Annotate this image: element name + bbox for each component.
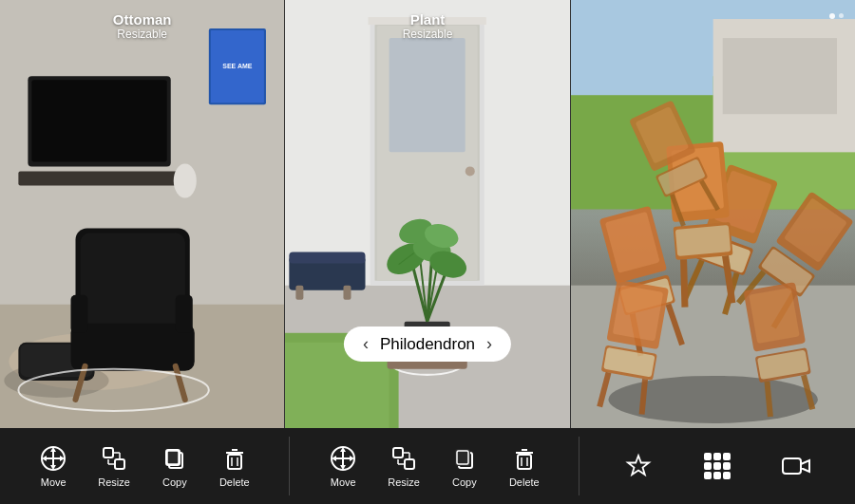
svg-rect-55: [722, 38, 836, 114]
svg-rect-28: [390, 38, 466, 152]
dot-1: [829, 13, 835, 19]
svg-text:SEE AME: SEE AME: [222, 63, 253, 69]
copy-button-2[interactable]: Copy: [435, 437, 494, 495]
panel-3-dots: [829, 13, 844, 19]
panel-2-item-name: Plant: [403, 11, 453, 28]
delete-label-1: Delete: [219, 476, 250, 488]
delete-button-1[interactable]: Delete: [204, 437, 265, 495]
resize-label-1: Resize: [98, 476, 130, 488]
star-icon: [624, 452, 653, 480]
copy-icon-1: [161, 444, 189, 473]
panel-1: SEE AME Ottoman Resizable: [0, 0, 285, 428]
grid-button[interactable]: [688, 444, 747, 488]
panel-1-item-name: Ottoman: [113, 11, 172, 28]
svg-point-5: [174, 163, 197, 197]
panel-1-item-subtitle: Resizable: [113, 28, 172, 41]
svg-rect-143: [783, 458, 801, 474]
copy-button-1[interactable]: Copy: [145, 437, 204, 495]
move-label-1: Move: [41, 476, 66, 488]
copy-icon-2: [450, 444, 479, 473]
svg-rect-18: [70, 295, 87, 333]
svg-rect-107: [104, 448, 113, 457]
video-button[interactable]: [767, 444, 826, 488]
svg-marker-142: [628, 456, 649, 475]
toolbar-section-middle: Move Resize: [290, 437, 580, 495]
toolbar: Move Resize: [0, 428, 855, 504]
plant-selector-label: Philodendron: [380, 335, 475, 354]
resize-button-1[interactable]: Resize: [83, 437, 145, 495]
svg-rect-137: [518, 455, 531, 469]
svg-rect-33: [296, 286, 304, 300]
svg-rect-116: [228, 455, 241, 469]
panel-3: [571, 0, 855, 428]
delete-icon-1: [220, 444, 249, 473]
svg-rect-114: [166, 450, 180, 465]
resize-label-2: Resize: [388, 476, 420, 488]
svg-rect-95: [749, 288, 799, 344]
star-button[interactable]: [609, 444, 668, 488]
grid-icon: [703, 452, 732, 480]
copy-label-2: Copy: [452, 476, 477, 488]
plant-selector-prev[interactable]: ‹: [363, 334, 369, 354]
svg-rect-4: [31, 80, 166, 161]
svg-marker-144: [801, 460, 809, 472]
panel-2: Welcome Plant Resizable ‹ Philodendron ›: [285, 0, 570, 428]
svg-rect-34: [344, 286, 352, 300]
copy-label-1: Copy: [162, 476, 187, 488]
svg-rect-2: [18, 171, 189, 185]
svg-rect-19: [176, 295, 193, 333]
move-icon-2: [329, 444, 357, 473]
resize-button-2[interactable]: Resize: [372, 437, 435, 495]
move-icon-1: [39, 444, 67, 473]
svg-rect-128: [393, 448, 403, 457]
panel-2-item-subtitle: Resizable: [403, 28, 453, 41]
svg-point-57: [608, 376, 817, 423]
delete-icon-2: [510, 444, 539, 473]
move-button-2[interactable]: Move: [314, 437, 372, 495]
resize-icon-2: [390, 444, 418, 473]
panel-2-scene: Welcome: [285, 0, 569, 428]
resize-icon-1: [100, 444, 128, 473]
panel-2-label: Plant Resizable: [403, 11, 453, 41]
svg-rect-108: [115, 459, 124, 469]
plant-selector[interactable]: ‹ Philodendron ›: [344, 327, 511, 362]
toolbar-section-right: [580, 444, 855, 488]
panels-container: SEE AME Ottoman Resizable: [0, 0, 855, 428]
panel-1-label: Ottoman Resizable: [113, 11, 172, 41]
svg-rect-32: [290, 252, 366, 264]
svg-rect-75: [674, 225, 730, 256]
svg-rect-129: [405, 459, 414, 469]
plant-selector-next[interactable]: ›: [486, 334, 492, 354]
svg-rect-135: [456, 450, 469, 465]
svg-point-29: [466, 166, 475, 176]
toolbar-section-left: Move Resize: [0, 437, 290, 495]
move-label-2: Move: [331, 476, 356, 488]
video-icon: [782, 452, 810, 480]
panel-3-scene: [571, 0, 855, 428]
delete-label-2: Delete: [509, 476, 540, 488]
delete-button-2[interactable]: Delete: [494, 437, 555, 495]
move-button-1[interactable]: Move: [24, 437, 83, 495]
dot-2: [839, 13, 844, 18]
panel-1-scene: SEE AME: [0, 0, 284, 428]
svg-rect-89: [612, 285, 662, 341]
svg-line-73: [680, 259, 687, 307]
